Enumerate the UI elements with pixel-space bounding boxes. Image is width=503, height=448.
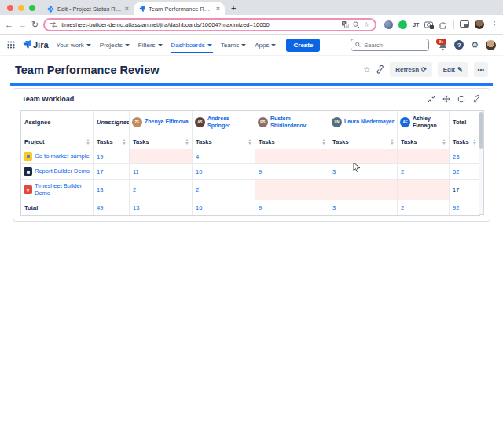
tab-close-icon[interactable]: ×	[125, 6, 129, 13]
task-count-cell[interactable]: 13	[94, 180, 130, 200]
column-header-andreas-springer[interactable]: AS Andreas Springer	[193, 111, 255, 134]
extension-icon-1[interactable]	[384, 20, 393, 29]
tab-close-icon[interactable]: ×	[216, 6, 220, 13]
table-row-project-link[interactable]: Report Builder Demo	[21, 164, 94, 180]
back-icon[interactable]: ←	[5, 20, 13, 29]
empty-task-cell[interactable]	[398, 149, 450, 164]
chevron-down-icon	[241, 44, 246, 46]
empty-task-cell[interactable]	[329, 180, 398, 200]
empty-task-cell[interactable]	[255, 180, 329, 200]
table-row-project-link[interactable]: V Timesheet Builder Demo	[21, 180, 94, 200]
notifications-button[interactable]: 9+	[436, 40, 447, 50]
site-info-icon[interactable]	[50, 21, 57, 28]
tasks-column-header[interactable]: Tasks	[130, 134, 193, 149]
close-window-button[interactable]	[7, 5, 13, 11]
maximize-window-button[interactable]	[29, 5, 35, 11]
jira-logo[interactable]: Jira	[22, 40, 49, 50]
nav-item-dashboards[interactable]: Dashboards	[171, 37, 213, 53]
avatar: AS	[195, 117, 205, 127]
empty-task-cell[interactable]	[255, 149, 329, 164]
copy-link-icon[interactable]	[376, 65, 384, 74]
sort-icon[interactable]	[391, 139, 394, 145]
tasks-column-header[interactable]: Tasks	[94, 134, 130, 149]
tasks-column-header[interactable]: Tasks	[255, 134, 329, 149]
tasks-column-header[interactable]: Tasks	[450, 134, 479, 149]
dashboard-accent-divider	[10, 83, 493, 86]
row-total-cell[interactable]: 17	[450, 180, 479, 200]
refresh-button[interactable]: Refresh⟳	[390, 62, 432, 77]
new-tab-button[interactable]: +	[231, 4, 236, 13]
extensions-puzzle-icon[interactable]	[439, 20, 448, 29]
task-count-cell[interactable]: 4	[193, 149, 255, 164]
sort-icon[interactable]	[86, 139, 90, 145]
screenshot-extension-icon[interactable]	[424, 20, 434, 29]
browser-tab-team-performance-review[interactable]: Team Performance Review - ×	[134, 2, 225, 15]
browser-menu-icon[interactable]: ⋮	[490, 20, 498, 29]
url-text[interactable]: timesheet-builder-demo.atlassian.net/jir…	[61, 21, 337, 28]
task-count-cell[interactable]: 19	[94, 149, 130, 164]
scrollbar-thumb[interactable]	[479, 112, 483, 149]
link-widget-icon[interactable]	[472, 95, 480, 103]
task-count-cell[interactable]: 11	[130, 164, 193, 180]
user-avatar[interactable]	[486, 40, 496, 50]
task-count-cell[interactable]: 10	[193, 164, 255, 180]
star-favorite-button[interactable]: ☆	[363, 66, 370, 74]
refresh-widget-icon[interactable]	[457, 95, 465, 103]
nav-item-apps[interactable]: Apps	[254, 37, 277, 53]
browser-profile-avatar[interactable]	[475, 20, 484, 29]
sort-icon[interactable]	[322, 139, 325, 145]
empty-task-cell[interactable]	[398, 180, 450, 200]
nav-item-your-work[interactable]: Your work	[56, 37, 92, 53]
sort-icon[interactable]	[442, 139, 446, 145]
url-bar[interactable]: timesheet-builder-demo.atlassian.net/jir…	[43, 18, 376, 31]
nav-item-teams[interactable]: Teams	[220, 37, 248, 53]
edit-button[interactable]: Edit✎	[438, 62, 468, 77]
task-count-cell[interactable]: 9	[255, 164, 329, 180]
nav-item-filters[interactable]: Filters	[138, 37, 163, 53]
extension-icon-2[interactable]	[398, 20, 407, 29]
sort-icon[interactable]	[248, 139, 252, 145]
table-vertical-scrollbar[interactable]	[479, 110, 484, 215]
tasks-column-header[interactable]: Tasks	[329, 134, 398, 149]
column-header-laura-niedermayer[interactable]: LN Laura Niedermayer	[329, 111, 398, 134]
empty-task-cell[interactable]	[130, 149, 193, 164]
reload-icon[interactable]: ↻	[31, 20, 39, 29]
sort-icon[interactable]	[123, 139, 126, 145]
translate-icon[interactable]: Aa	[342, 21, 349, 28]
tasks-column-header[interactable]: Tasks	[398, 134, 450, 149]
task-count-cell[interactable]: 17	[94, 164, 130, 180]
task-count-cell[interactable]: 2	[130, 180, 193, 200]
sort-icon[interactable]	[473, 139, 476, 145]
task-count-cell[interactable]: 2	[398, 164, 450, 180]
move-icon[interactable]	[442, 95, 450, 103]
task-count-cell[interactable]: 2	[193, 180, 255, 200]
dashboard-header: Team Performance Review ☆ Refresh⟳ Edit✎…	[0, 56, 503, 83]
table-row-project-link[interactable]: Go to market sample	[21, 149, 94, 164]
empty-task-cell[interactable]	[329, 149, 398, 164]
column-header-ashley-flanagan[interactable]: AF Ashley Flanagan	[398, 111, 450, 134]
app-switcher-icon[interactable]	[7, 41, 15, 49]
project-column-header[interactable]: Project	[21, 134, 94, 149]
more-actions-button[interactable]: •••	[474, 62, 488, 77]
extension-icon-jt[interactable]: JT	[413, 22, 419, 28]
column-header-zhenya-elfimova[interactable]: ZE Zhenya Elfimova	[130, 111, 193, 134]
cast-icon[interactable]	[460, 20, 469, 28]
search-box[interactable]	[351, 39, 429, 51]
minimize-window-button[interactable]	[18, 5, 24, 11]
column-header-rustem-shiriiazdanov[interactable]: RS Rustem Shiriiazdanov	[255, 111, 329, 134]
collapse-icon[interactable]	[428, 95, 435, 103]
create-button[interactable]: Create	[286, 39, 320, 52]
zoom-icon[interactable]	[353, 21, 360, 28]
settings-gear-icon[interactable]: ⚙	[471, 41, 479, 50]
tasks-column-header[interactable]: Tasks	[193, 134, 255, 149]
browser-tab-project-status-report[interactable]: Edit - Project Status Report ×	[42, 2, 134, 15]
search-input[interactable]	[364, 42, 424, 49]
nav-item-projects[interactable]: Projects	[99, 37, 130, 53]
forward-icon[interactable]: →	[18, 20, 27, 29]
row-total-cell[interactable]: 52	[450, 164, 479, 180]
help-button[interactable]: ?	[454, 40, 464, 50]
row-total-cell[interactable]: 23	[450, 149, 479, 164]
sort-icon[interactable]	[185, 139, 189, 145]
task-count-cell[interactable]: 3	[329, 164, 398, 180]
bookmark-star-icon[interactable]: ☆	[364, 21, 370, 28]
